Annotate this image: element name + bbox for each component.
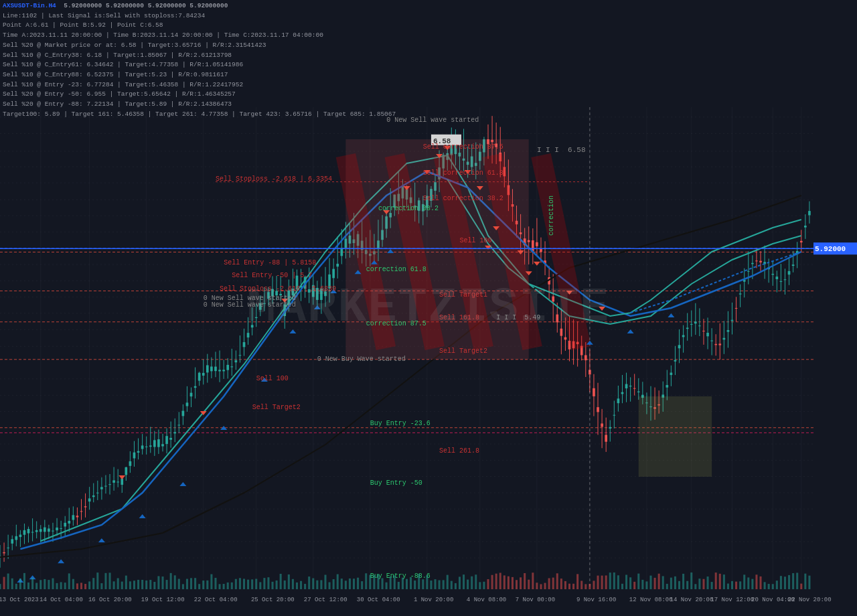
line4: Sell %20 @ Market price or at: 6.58 | Ta…	[3, 41, 396, 51]
symbol-line: AXSUSDT-Bin.H4 5.92000000 5.92000000 5.9…	[3, 1, 396, 11]
line7: Sell %10 @ C_Entry88: 6.52375 | Target:5…	[3, 70, 396, 80]
line5: Sell %10 @ C_Entry38: 6.18 | Target:1.85…	[3, 51, 396, 61]
line11: Target100: 5.89 | Target 161: 5.46358 | …	[3, 110, 396, 120]
line10: Sell %20 @ Entry -88: 7.22134 | Target:5…	[3, 100, 396, 110]
line9: Sell %20 @ Entry -50: 6.955 | Target:5.6…	[3, 90, 396, 100]
line2: Point A:6.61 | Point B:5.92 | Point C:6.…	[3, 21, 396, 31]
line6: Sell %10 @ C_Entry61: 6.34642 | Target:4…	[3, 60, 396, 70]
info-header: AXSUSDT-Bin.H4 5.92000000 5.92000000 5.9…	[0, 0, 398, 121]
line1: Line:1102 | Last Signal is:Sell with sto…	[3, 11, 396, 21]
line3: Time A:2023.11.11 20:00:00 | Time B:2023…	[3, 31, 396, 41]
line8: Sell %10 @ Entry -23: 6.77284 | Target:5…	[3, 80, 396, 90]
chart-container: AXSUSDT-Bin.H4 5.92000000 5.92000000 5.9…	[0, 0, 857, 616]
